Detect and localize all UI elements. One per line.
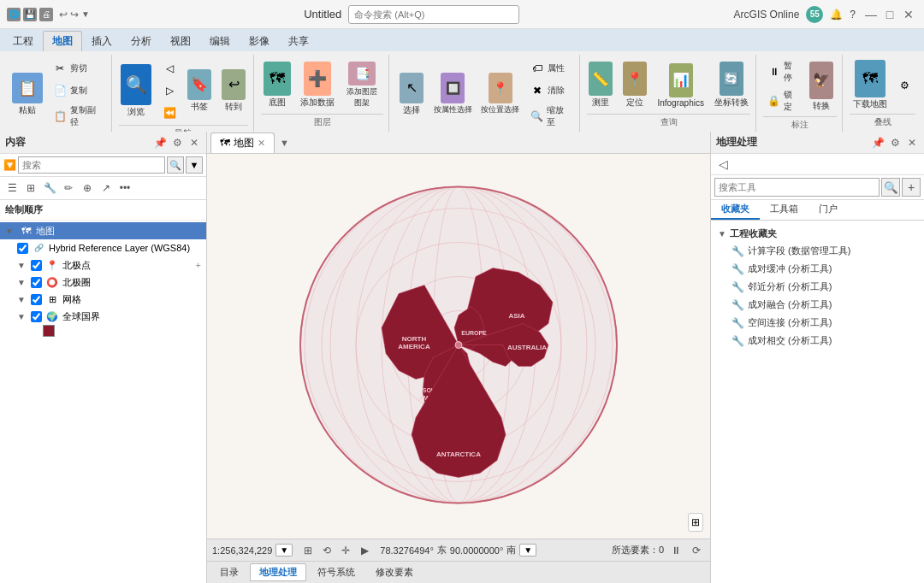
map-tab-main[interactable]: 🗺 地图 ✕ (210, 132, 275, 153)
lock-btn[interactable]: 🔒 锁定 (763, 87, 803, 115)
layer-filter-btn[interactable]: 🔧 (41, 180, 58, 197)
basemap-button[interactable]: 🗺 底图 (261, 60, 294, 110)
layer-grid[interactable]: ▼ ⊞ 网格 (0, 291, 206, 308)
tab-analysis[interactable]: 分析 (121, 31, 161, 51)
gp-settings-btn[interactable]: ⚙ (888, 136, 902, 150)
layer-map-expand[interactable]: ▼ (5, 227, 15, 236)
pause-btn[interactable]: ⏸ 暂停 (763, 58, 803, 85)
gp-tab-favorites[interactable]: 收藏夹 (711, 200, 760, 220)
gp-add-btn[interactable]: + (902, 178, 921, 197)
layer-world-boundary[interactable]: ▼ 🌍 全球国界 (0, 308, 206, 339)
infographics-button[interactable]: 📊 Infographics (654, 62, 707, 109)
coord-dropdown-btn[interactable]: ▼ (519, 544, 536, 556)
contents-settings-btn[interactable]: ⚙ (170, 136, 184, 150)
tab-project[interactable]: 工程 (3, 31, 43, 51)
gp-search-input[interactable] (714, 178, 880, 197)
map-tab-close-btn[interactable]: ✕ (258, 138, 265, 149)
layer-list-btn[interactable]: ☰ (3, 180, 21, 197)
clear-btn[interactable]: ✖ 清除 (526, 80, 574, 101)
gp-tool-pair-intersect[interactable]: 🔧 成对相交 (分析工具) (718, 332, 917, 350)
minimize-button[interactable]: — (862, 6, 880, 23)
zoom-btn[interactable]: 🔍 缩放至 (526, 103, 574, 130)
goto-button[interactable]: ↩ 转到 (218, 68, 249, 115)
gp-tab-portal[interactable]: 门户 (808, 200, 848, 220)
modify-features-tab[interactable]: 修改要素 (366, 563, 423, 581)
north-pole-expand[interactable]: ▼ (17, 261, 27, 270)
hybrid-ref-check[interactable] (17, 243, 28, 254)
bell-icon[interactable]: 🔔 (830, 9, 843, 21)
redo-btn[interactable]: ↪ (70, 9, 79, 21)
gp-pin-btn[interactable]: 📌 (871, 136, 885, 150)
select-attr-button[interactable]: 🔲 按属性选择 (430, 71, 475, 117)
gp-tool-pair-buffer[interactable]: 🔧 成对缓冲 (分析工具) (718, 260, 917, 278)
layer-more-btn[interactable]: ••• (116, 180, 133, 197)
tab-imagery[interactable]: 影像 (240, 31, 279, 51)
map-layers-btn[interactable]: ⊞ (688, 513, 703, 532)
grid-check[interactable] (31, 294, 42, 305)
measure-button[interactable]: 📏 测里 (585, 60, 616, 110)
grid-toggle-btn[interactable]: ⊞ (299, 542, 317, 559)
nav-arr-button[interactable]: ⏪ (158, 103, 181, 123)
bookmark-button[interactable]: 🔖 书签 (184, 68, 215, 115)
animate-btn[interactable]: ▶ (356, 542, 373, 559)
gp-tool-calc-field[interactable]: 🔧 计算字段 (数据管理工具) (718, 242, 917, 260)
gp-tool-proximity[interactable]: 🔧 邻近分析 (分析工具) (718, 278, 917, 296)
copy-path-button[interactable]: 📋 复制副径 (49, 103, 106, 130)
contents-close-btn[interactable]: ✕ (187, 136, 201, 150)
attr-btn[interactable]: 🏷 属性 (526, 58, 574, 79)
north-pole-check[interactable] (31, 260, 42, 271)
close-button[interactable]: ✕ (900, 6, 917, 23)
download-settings-btn[interactable]: ⚙ (894, 75, 916, 96)
sync-btn[interactable]: ⟲ (318, 542, 335, 559)
maximize-button[interactable]: □ (881, 6, 898, 23)
layer-edit-btn[interactable]: ✏ (60, 180, 77, 197)
arctic-circle-expand[interactable]: ▼ (17, 278, 27, 287)
contents-search-btn[interactable]: 🔍 (167, 156, 184, 174)
map-canvas[interactable]: NORTH AMERICA ASIA EUROPE AFRICA (207, 154, 710, 539)
undo-btn[interactable]: ↩ (59, 9, 68, 21)
select-button[interactable]: ↖ 选择 (396, 71, 427, 118)
contents-dropdown-btn[interactable]: ▼ (186, 156, 203, 174)
coord-convert-button[interactable]: 🔄 坐标转换 (711, 60, 752, 110)
layer-grid-btn[interactable]: ⊞ (22, 180, 39, 197)
tab-edit[interactable]: 编辑 (200, 31, 240, 51)
tab-view[interactable]: 视图 (161, 31, 200, 51)
help-icon[interactable]: ? (850, 9, 856, 21)
paste-button[interactable]: 📋 粘贴 (9, 71, 45, 118)
symbology-tab[interactable]: 符号系统 (308, 563, 364, 581)
arctic-circle-check[interactable] (31, 277, 42, 288)
world-boundary-check[interactable] (31, 311, 42, 322)
command-search[interactable] (348, 5, 519, 24)
convert-button[interactable]: 🦅 转换 (806, 60, 837, 114)
gp-search-btn[interactable]: 🔍 (881, 178, 900, 197)
download-map-button[interactable]: 🗺 下载地图 (850, 58, 891, 112)
copy-button[interactable]: 📄 复制 (49, 80, 106, 101)
gp-back-btn[interactable]: ◁ (714, 156, 732, 173)
gp-tab-toolbox[interactable]: 工具箱 (760, 200, 808, 220)
north-pole-add-btn[interactable]: + (196, 260, 201, 270)
nav-fwd-button[interactable]: ▷ (158, 80, 181, 101)
geoprocessing-tab[interactable]: 地理处理 (250, 563, 306, 581)
tab-map[interactable]: 地图 (43, 31, 82, 51)
add-layer-button[interactable]: 📑 添加图层图架 (341, 60, 383, 110)
contents-search-input[interactable] (18, 156, 165, 174)
layer-north-pole[interactable]: ▼ 📍 北极点 + (0, 256, 206, 274)
gp-tool-pair-dissolve[interactable]: 🔧 成对融合 (分析工具) (718, 296, 917, 314)
browse-button[interactable]: 🔍 浏览 (117, 62, 155, 120)
layer-share-btn[interactable]: ↗ (98, 180, 115, 197)
tab-insert[interactable]: 插入 (82, 31, 121, 51)
tab-share[interactable]: 共享 (279, 31, 318, 51)
layer-add-btn[interactable]: ⊕ (79, 180, 96, 197)
select-loc-button[interactable]: 📍 按位置选择 (478, 71, 523, 117)
gp-section-header[interactable]: ▼ 工程收藏夹 (718, 226, 917, 242)
layer-arctic-circle[interactable]: ▼ ⭕ 北极圈 (0, 274, 206, 291)
layer-hybrid-ref[interactable]: 🔗 Hybrid Reference Layer (WGS84) (0, 239, 206, 256)
nav-icon-btn[interactable]: ✛ (337, 542, 354, 559)
pin-button[interactable]: 📌 (153, 136, 167, 150)
world-boundary-swatch[interactable] (43, 325, 55, 337)
add-data-button[interactable]: ➕ 添加数据 (298, 60, 337, 110)
nav-back-button[interactable]: ◁ (158, 58, 181, 79)
scale-dropdown-btn[interactable]: ▼ (275, 544, 293, 556)
cut-button[interactable]: ✂ 剪切 (49, 58, 106, 79)
locate-button[interactable]: 📍 定位 (619, 60, 650, 110)
